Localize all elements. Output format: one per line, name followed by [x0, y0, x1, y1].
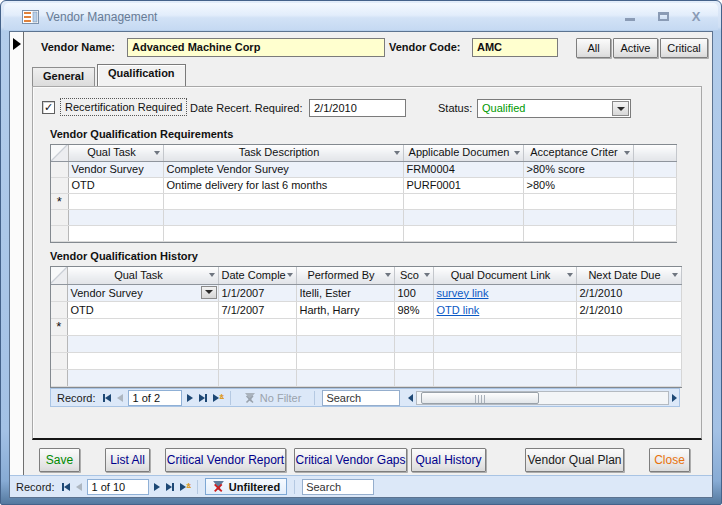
column-header[interactable]: Performed By [296, 267, 394, 284]
footer-button-list-all[interactable]: List All [105, 448, 150, 472]
grid-cell[interactable]: Vendor Survey [68, 161, 163, 177]
grid-cell[interactable] [67, 318, 218, 335]
maximize-icon[interactable] [655, 10, 671, 24]
next-record-icon[interactable] [187, 392, 193, 404]
scrollbar-thumb[interactable] [421, 392, 539, 404]
grid-cell[interactable]: 100 [394, 284, 433, 301]
record-selector-bar[interactable] [10, 32, 24, 475]
status-combobox[interactable]: Qualified [477, 99, 631, 118]
grid-cell[interactable]: >80% [523, 177, 633, 193]
grid-cell[interactable]: survey link [433, 284, 576, 301]
grid-cell[interactable] [633, 161, 676, 177]
last-record-icon[interactable] [199, 392, 207, 404]
tab-general[interactable]: General [32, 67, 95, 86]
grid-cell[interactable]: 1/1/2007 [218, 284, 296, 301]
active-button[interactable]: Active [613, 38, 658, 58]
new-record-selector[interactable]: * [51, 193, 68, 209]
grid-cell[interactable]: 2/1/2010 [576, 284, 681, 301]
grid-cell[interactable]: Harth, Harry [296, 301, 394, 318]
last-record-icon[interactable] [166, 481, 174, 493]
grid-cell[interactable] [394, 318, 433, 335]
grid-cell[interactable]: OTD [68, 177, 163, 193]
critical-button[interactable]: Critical [660, 38, 708, 58]
new-record-icon[interactable]: * [180, 481, 191, 493]
row-selector[interactable] [51, 301, 67, 318]
column-dropdown-icon[interactable] [385, 273, 391, 277]
grid-cell[interactable]: OTD [67, 301, 218, 318]
column-header[interactable]: Next Date Due [576, 267, 681, 284]
grid-cell[interactable]: 98% [394, 301, 433, 318]
column-dropdown-icon[interactable] [287, 273, 293, 277]
tab-qualification[interactable]: Qualification [97, 64, 186, 86]
grid-cell[interactable]: OTD link [433, 301, 576, 318]
vendor-name-field[interactable]: Advanced Machine Corp [127, 38, 385, 57]
column-header[interactable]: Acceptance Criter [523, 145, 633, 161]
grid-cell[interactable] [163, 193, 403, 209]
main-search-input[interactable] [302, 479, 374, 495]
footer-button-qual-history[interactable]: Qual History [411, 448, 486, 472]
grid-cell[interactable]: FRM0004 [403, 161, 523, 177]
grid-cell[interactable] [68, 193, 163, 209]
grid-cell[interactable]: >80% score [523, 161, 633, 177]
document-link[interactable]: OTD link [437, 304, 480, 316]
vendor-code-field[interactable]: AMC [472, 38, 558, 57]
row-selector[interactable] [51, 284, 67, 301]
grid-cell[interactable]: 7/1/2007 [218, 301, 296, 318]
footer-button-critical-vendor-gaps[interactable]: Critical Vendor Gaps [294, 448, 407, 472]
column-header[interactable]: Qual Task [68, 145, 163, 161]
recertification-checkbox[interactable]: ✓ [42, 101, 55, 114]
grid-cell[interactable]: Ontime delivery for last 6 months [163, 177, 403, 193]
column-header[interactable]: Applicable Documen [403, 145, 523, 161]
previous-record-icon[interactable] [117, 392, 123, 404]
grid-cell[interactable]: Vendor Survey [67, 284, 218, 301]
footer-button-vendor-qual-plan[interactable]: Vendor Qual Plan [525, 448, 624, 472]
column-header[interactable]: Qual Task [67, 267, 218, 284]
document-link[interactable]: survey link [437, 287, 489, 299]
column-header[interactable]: Qual Document Link [433, 267, 576, 284]
row-selector[interactable] [51, 161, 68, 177]
grid-cell[interactable]: 2/1/2010 [576, 301, 681, 318]
grid-cell[interactable]: PURF0001 [403, 177, 523, 193]
column-dropdown-icon[interactable] [567, 273, 573, 277]
grid-cell[interactable] [633, 177, 676, 193]
grid-cell[interactable] [403, 193, 523, 209]
footer-button-save[interactable]: Save [39, 448, 80, 472]
first-record-icon[interactable] [62, 481, 70, 493]
grid-cell[interactable] [576, 318, 681, 335]
row-selector-header[interactable] [51, 267, 67, 284]
row-selector[interactable] [51, 177, 68, 193]
column-dropdown-icon[interactable] [624, 151, 630, 155]
all-button[interactable]: All [576, 38, 611, 58]
previous-record-icon[interactable] [76, 481, 82, 493]
minimize-icon[interactable] [622, 10, 638, 24]
status-dropdown-icon[interactable] [612, 101, 629, 116]
horizontal-scrollbar[interactable] [408, 390, 677, 405]
grid-cell[interactable]: Complete Vendor Survey [163, 161, 403, 177]
row-selector-header[interactable] [51, 145, 68, 161]
column-header[interactable]: Task Description [163, 145, 403, 161]
next-record-icon[interactable] [154, 481, 160, 493]
unfiltered-toggle[interactable]: Unfiltered [205, 478, 287, 495]
no-filter-toggle[interactable]: No Filter [238, 389, 308, 406]
column-dropdown-icon[interactable] [154, 151, 160, 155]
column-dropdown-icon[interactable] [672, 273, 678, 277]
column-header[interactable]: Date Comple [218, 267, 296, 284]
grid-cell[interactable] [296, 318, 394, 335]
grid-cell[interactable] [523, 193, 633, 209]
new-record-selector[interactable]: * [51, 318, 67, 335]
history-search-input[interactable] [322, 390, 400, 406]
column-dropdown-icon[interactable] [394, 151, 400, 155]
grid-cell[interactable] [218, 318, 296, 335]
cell-dropdown-icon[interactable] [201, 286, 217, 299]
grid-cell[interactable] [433, 318, 576, 335]
footer-button-close[interactable]: Close [649, 448, 690, 472]
column-header[interactable]: Sco [394, 267, 433, 284]
footer-button-critical-vendor-report[interactable]: Critical Vendor Report [165, 448, 286, 472]
grid-cell[interactable] [633, 193, 676, 209]
first-record-icon[interactable] [103, 392, 111, 404]
column-dropdown-icon[interactable] [424, 273, 430, 277]
column-dropdown-icon[interactable] [209, 273, 215, 277]
new-record-icon[interactable]: * [213, 392, 224, 404]
column-dropdown-icon[interactable] [514, 151, 520, 155]
close-icon[interactable]: X [688, 10, 704, 24]
